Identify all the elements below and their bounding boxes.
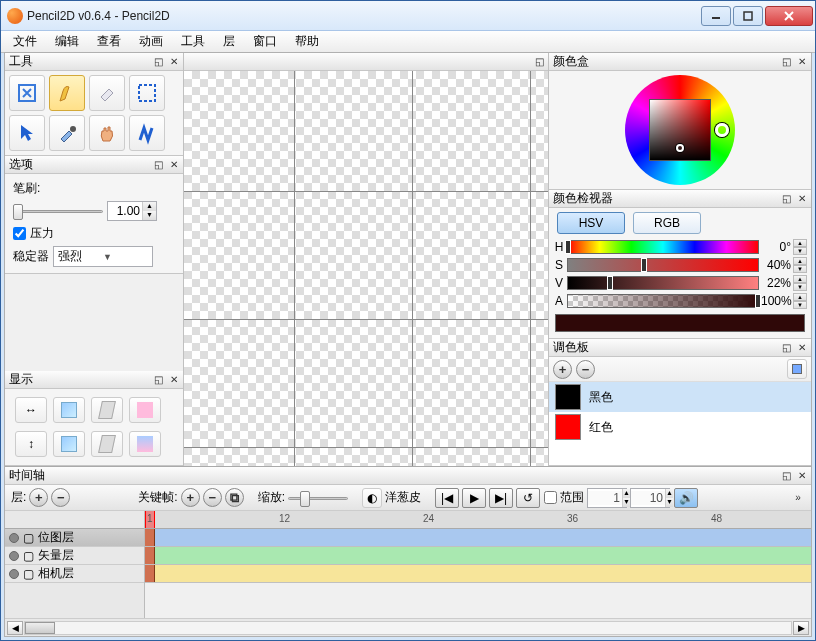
close-icon[interactable]: ✕: [795, 469, 809, 483]
remove-keyframe-button[interactable]: −: [203, 488, 222, 507]
spin-down-icon[interactable]: ▼: [793, 247, 807, 255]
spin-down-icon[interactable]: ▼: [793, 301, 807, 309]
v-slider[interactable]: [567, 276, 759, 290]
range-start-input[interactable]: [588, 491, 622, 505]
a-slider[interactable]: [567, 294, 759, 308]
layer-visible-icon[interactable]: [9, 569, 19, 579]
display-opt8-button[interactable]: [129, 431, 161, 457]
maximize-button[interactable]: [733, 6, 763, 26]
menu-tools[interactable]: 工具: [173, 31, 213, 52]
display-opt7-button[interactable]: [91, 431, 123, 457]
range-end-input[interactable]: [631, 491, 665, 505]
scroll-thumb[interactable]: [25, 622, 55, 634]
menu-animation[interactable]: 动画: [131, 31, 171, 52]
loop-button[interactable]: ↺: [516, 488, 540, 508]
eyedropper-tool[interactable]: [49, 115, 85, 151]
layer-visible-icon[interactable]: [9, 551, 19, 561]
polyline-tool[interactable]: [129, 115, 165, 151]
range-checkbox[interactable]: [544, 491, 557, 504]
undock-icon[interactable]: ◱: [779, 469, 793, 483]
close-icon[interactable]: ✕: [795, 192, 809, 206]
undock-icon[interactable]: ◱: [151, 55, 165, 69]
display-opt3-button[interactable]: [91, 397, 123, 423]
palette-item[interactable]: 红色: [549, 412, 811, 442]
close-icon[interactable]: ✕: [167, 373, 181, 387]
onion-skin-button[interactable]: ◐: [362, 488, 382, 508]
menu-help[interactable]: 帮助: [287, 31, 327, 52]
pressure-checkbox[interactable]: [13, 227, 26, 240]
keyframe[interactable]: [145, 547, 155, 564]
spin-down-icon[interactable]: ▼: [142, 211, 156, 220]
spin-down-icon[interactable]: ▼: [793, 283, 807, 291]
sound-button[interactable]: 🔊: [674, 488, 698, 508]
timeline-scrollbar[interactable]: ◀ ▶: [5, 618, 811, 636]
h-slider[interactable]: [567, 240, 759, 254]
close-button[interactable]: [765, 6, 813, 26]
undock-icon[interactable]: ◱: [532, 55, 546, 69]
brush-size-slider[interactable]: [13, 203, 103, 219]
undock-icon[interactable]: ◱: [779, 192, 793, 206]
stabilizer-combo[interactable]: 强烈 ▼: [53, 246, 153, 267]
play-button[interactable]: ▶: [462, 488, 486, 508]
timeline-zoom-slider[interactable]: [288, 490, 348, 506]
spin-up-icon[interactable]: ▲: [793, 257, 807, 265]
close-icon[interactable]: ✕: [167, 158, 181, 172]
undock-icon[interactable]: ◱: [151, 373, 165, 387]
scroll-right-icon[interactable]: ▶: [793, 621, 809, 635]
add-color-button[interactable]: +: [553, 360, 572, 379]
menu-edit[interactable]: 编辑: [47, 31, 87, 52]
add-layer-button[interactable]: +: [29, 488, 48, 507]
select-tool[interactable]: [129, 75, 165, 111]
rgb-tab[interactable]: RGB: [633, 212, 701, 234]
brush-size-spinner[interactable]: ▲▼: [107, 201, 157, 221]
mirror-v-button[interactable]: ↕: [15, 431, 47, 457]
dup-keyframe-button[interactable]: ⧉: [225, 488, 244, 507]
hand-tool[interactable]: [89, 115, 125, 151]
timeline-track[interactable]: [145, 547, 811, 565]
color-wheel[interactable]: [625, 75, 735, 185]
undock-icon[interactable]: ◱: [779, 55, 793, 69]
eraser-tool[interactable]: [89, 75, 125, 111]
undock-icon[interactable]: ◱: [779, 341, 793, 355]
spin-up-icon[interactable]: ▲: [793, 293, 807, 301]
clear-tool[interactable]: [9, 75, 45, 111]
close-icon[interactable]: ✕: [795, 341, 809, 355]
brush-size-input[interactable]: [108, 204, 142, 218]
layer-row[interactable]: ▢ 矢量层: [5, 547, 144, 565]
timeline-track[interactable]: [145, 529, 811, 547]
more-icon[interactable]: »: [791, 491, 805, 505]
keyframe[interactable]: [145, 529, 155, 546]
layer-visible-icon[interactable]: [9, 533, 19, 543]
scroll-left-icon[interactable]: ◀: [7, 621, 23, 635]
close-icon[interactable]: ✕: [167, 55, 181, 69]
remove-color-button[interactable]: −: [576, 360, 595, 379]
s-slider[interactable]: [567, 258, 759, 272]
display-opt6-button[interactable]: [53, 431, 85, 457]
menu-window[interactable]: 窗口: [245, 31, 285, 52]
spin-down-icon[interactable]: ▼: [793, 265, 807, 273]
undock-icon[interactable]: ◱: [151, 158, 165, 172]
display-opt4-button[interactable]: [129, 397, 161, 423]
spin-up-icon[interactable]: ▲: [142, 202, 156, 211]
palette-item[interactable]: 黑色: [549, 382, 811, 412]
mirror-h-button[interactable]: ↔: [15, 397, 47, 423]
spin-up-icon[interactable]: ▲: [793, 275, 807, 283]
pencil-tool[interactable]: [49, 75, 85, 111]
menu-view[interactable]: 查看: [89, 31, 129, 52]
minimize-button[interactable]: [701, 6, 731, 26]
display-opt2-button[interactable]: [53, 397, 85, 423]
layer-row[interactable]: ▢ 相机层: [5, 565, 144, 583]
goto-end-button[interactable]: ▶|: [489, 488, 513, 508]
remove-layer-button[interactable]: −: [51, 488, 70, 507]
add-keyframe-button[interactable]: +: [181, 488, 200, 507]
hsv-tab[interactable]: HSV: [557, 212, 625, 234]
keyframe[interactable]: [145, 565, 155, 582]
goto-start-button[interactable]: |◀: [435, 488, 459, 508]
canvas[interactable]: [184, 71, 548, 466]
menu-file[interactable]: 文件: [5, 31, 45, 52]
close-icon[interactable]: ✕: [795, 55, 809, 69]
move-tool[interactable]: [9, 115, 45, 151]
layer-row[interactable]: ▢ 位图层: [5, 529, 144, 547]
spin-up-icon[interactable]: ▲: [793, 239, 807, 247]
timeline-ruler[interactable]: 112243648: [145, 511, 811, 529]
